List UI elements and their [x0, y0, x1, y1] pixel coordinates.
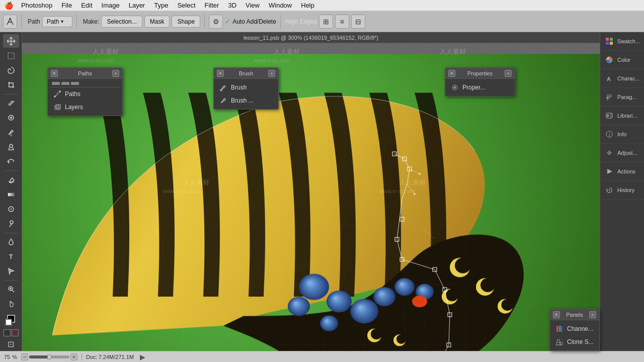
brush-icon-2 — [219, 96, 228, 105]
right-panel-info[interactable]: i Info — [600, 125, 644, 144]
paths-panel-expand[interactable]: » — [112, 70, 119, 77]
gear-icon[interactable]: ⚙ — [209, 15, 223, 29]
paths-panel-btn-2[interactable] — [61, 82, 69, 85]
align-icon[interactable]: ≡ — [335, 15, 349, 29]
right-panel-color[interactable]: Color — [600, 51, 644, 69]
channels-content: Channe... Clone S... — [550, 320, 599, 350]
paths-panel-header[interactable]: ✕ Paths » — [48, 68, 122, 79]
paths-panel-btn-1[interactable] — [52, 82, 60, 85]
color-swatches[interactable] — [3, 314, 19, 327]
right-panel-libraries[interactable]: Librari... — [600, 107, 644, 125]
zoom-in-btn[interactable] — [70, 353, 77, 360]
pen-tool-icon[interactable] — [3, 15, 17, 29]
right-panel-history[interactable]: History — [600, 181, 644, 200]
brush-panel-header[interactable]: ✕ Brush » — [214, 68, 278, 79]
clone-tool[interactable] — [3, 140, 19, 154]
zoom-unit: % — [12, 354, 17, 360]
apple-menu[interactable]: 🍎 — [4, 1, 13, 10]
menu-help[interactable]: Help — [297, 1, 318, 10]
paths-panel-btn-3[interactable] — [71, 82, 79, 85]
gradient-tool[interactable] — [3, 188, 19, 201]
svg-rect-75 — [74, 355, 74, 358]
type-tool[interactable]: T — [3, 250, 19, 263]
quick-mask-mode[interactable] — [12, 329, 19, 336]
channels-clone-header[interactable]: ✕ Panels » — [550, 309, 599, 320]
pen-tool[interactable] — [3, 235, 19, 248]
channels-row[interactable]: Channe... — [552, 322, 597, 335]
svg-point-38 — [54, 96, 56, 98]
hand-tool[interactable] — [3, 297, 19, 311]
path-dropdown[interactable]: Path — [42, 16, 72, 27]
zoom-slider-thumb[interactable] — [47, 354, 51, 359]
brush-panel-close[interactable]: ✕ — [217, 70, 224, 77]
menu-filter[interactable]: Filter — [201, 1, 223, 10]
lasso-tool[interactable] — [3, 63, 19, 77]
sep2 — [76, 15, 77, 29]
eyedropper-tool[interactable] — [3, 96, 19, 110]
channels-close-btn[interactable]: ✕ — [553, 311, 560, 318]
screen-mode-button[interactable]: ⊡ — [8, 339, 14, 349]
menu-window[interactable]: Window — [265, 1, 296, 10]
zoom-slider[interactable] — [29, 355, 69, 358]
color-label: Color — [617, 57, 630, 63]
selection-button[interactable]: Selection... — [101, 16, 142, 28]
right-panel-paragraph[interactable]: ¶ Parag... — [600, 88, 644, 107]
right-panel-adjustments[interactable]: Adjust... — [600, 144, 644, 162]
menu-file[interactable]: File — [57, 1, 76, 10]
svg-line-18 — [12, 290, 14, 292]
brush-row-2[interactable]: Brush ... — [216, 94, 276, 107]
swatch-label: Swatch... — [617, 38, 640, 44]
channels-panel-title: Panels — [566, 312, 583, 318]
properties-row-label: Proper... — [462, 84, 485, 91]
transform-icon[interactable]: ⊞ — [319, 15, 333, 29]
menu-type[interactable]: Type — [150, 1, 172, 10]
channels-expand-btn[interactable]: » — [589, 311, 596, 318]
paths-panel-title: Paths — [78, 70, 92, 76]
zoom-out-btn[interactable] — [21, 353, 28, 360]
brush-tool[interactable] — [3, 126, 19, 139]
shape-button[interactable]: Shape — [172, 16, 200, 28]
path-selection-tool[interactable] — [3, 264, 19, 278]
menu-view[interactable]: View — [242, 1, 264, 10]
brush-panel-expand[interactable]: » — [268, 70, 275, 77]
selection-tool[interactable] — [3, 49, 19, 62]
dodge-tool[interactable] — [3, 217, 19, 230]
play-btn[interactable]: ▶ — [140, 353, 145, 361]
crop-tool[interactable] — [3, 78, 19, 92]
blur-tool[interactable] — [3, 202, 19, 216]
clone-source-row[interactable]: Clone S... — [552, 335, 597, 348]
right-panel-swatch[interactable]: Swatch... — [600, 32, 644, 51]
props-panel-expand[interactable]: » — [505, 70, 512, 77]
menu-3d[interactable]: 3D — [224, 1, 240, 10]
paths-row[interactable]: Paths — [50, 87, 120, 101]
menu-edit[interactable]: Edit — [77, 1, 96, 10]
paths-panel-toolbar — [50, 81, 120, 87]
right-panel-character[interactable]: A Charac... — [600, 69, 644, 88]
svg-point-8 — [10, 144, 13, 147]
brush-panel: ✕ Brush » Brush — [213, 67, 279, 110]
zoom-tool[interactable] — [3, 283, 19, 296]
svg-rect-47 — [606, 42, 609, 45]
menu-layer[interactable]: Layer — [125, 1, 149, 10]
props-panel-close[interactable]: ✕ — [448, 70, 455, 77]
menu-select[interactable]: Select — [173, 1, 199, 10]
paths-panel-close[interactable]: ✕ — [51, 70, 58, 77]
move-tool[interactable] — [3, 34, 19, 48]
menu-image[interactable]: Image — [98, 1, 124, 10]
bg-color[interactable] — [5, 319, 12, 326]
canvas-area: lesson_11.psb @ 300% (1436019_65346152, … — [22, 32, 600, 351]
properties-row[interactable]: Proper... — [447, 81, 513, 94]
heal-tool[interactable] — [3, 111, 19, 125]
distribute-icon[interactable]: ⊟ — [351, 15, 365, 29]
svg-point-7 — [10, 134, 12, 136]
eraser-tool[interactable] — [3, 173, 19, 187]
standard-mode[interactable] — [4, 329, 11, 336]
brush-row-1[interactable]: Brush — [216, 81, 276, 94]
zoom-group: 75 % — [4, 354, 17, 360]
right-panel-actions[interactable]: Actions — [600, 162, 644, 181]
layers-row[interactable]: Layers — [50, 101, 120, 114]
history-brush-tool[interactable] — [3, 155, 19, 168]
props-panel-header[interactable]: ✕ Properties » — [445, 68, 515, 79]
mask-button[interactable]: Mask — [144, 16, 170, 28]
menu-photoshop[interactable]: Photoshop — [17, 1, 56, 10]
